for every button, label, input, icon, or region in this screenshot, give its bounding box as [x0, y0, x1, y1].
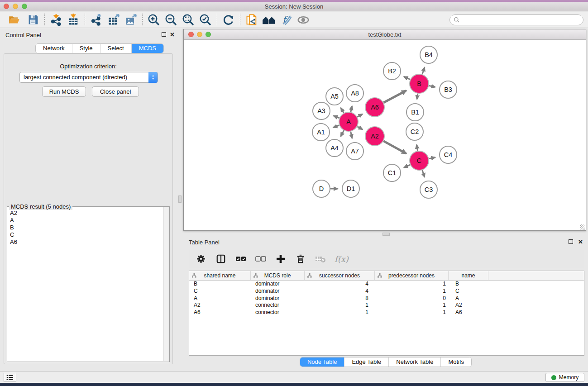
- edge-A2-C[interactable]: [383, 141, 406, 153]
- resize-grip-icon[interactable]: [580, 224, 585, 230]
- table-row[interactable]: Bdominator41B: [189, 281, 584, 288]
- table-row[interactable]: A6connector11A6: [189, 309, 584, 316]
- table-row[interactable]: A2connector11A2: [189, 302, 584, 309]
- column-header-successor-nodes[interactable]: successor nodes: [305, 271, 375, 280]
- edge-B-B4[interactable]: [422, 67, 425, 75]
- close-panel-button[interactable]: Close panel: [92, 86, 139, 97]
- toolbar-separator: [240, 14, 240, 26]
- column-header-name[interactable]: name: [449, 271, 488, 280]
- delete-table-icon[interactable]: [315, 253, 326, 265]
- table-tabs-bar: Node TableEdge TableNetwork TableMotifs: [183, 357, 588, 367]
- node-label-C1: C1: [388, 169, 397, 176]
- tab-network-table[interactable]: Network Table: [389, 357, 441, 367]
- function-builder-icon[interactable]: f(x): [335, 254, 349, 264]
- memory-button[interactable]: Memory: [545, 373, 584, 382]
- edge-C-C1[interactable]: [404, 165, 410, 167]
- import-network-icon[interactable]: [49, 13, 63, 27]
- result-item[interactable]: A6: [8, 238, 163, 246]
- edge-A-A5[interactable]: [341, 108, 344, 113]
- result-item[interactable]: A2: [8, 210, 163, 217]
- select-all-icon[interactable]: [235, 253, 247, 265]
- minimize-view-button[interactable]: [197, 32, 202, 37]
- zoom-window-button[interactable]: [22, 4, 27, 9]
- zoom-out-icon[interactable]: [164, 13, 178, 27]
- edge-C-C4[interactable]: [429, 157, 435, 159]
- table-row[interactable]: Adominator80A: [189, 295, 584, 302]
- zoom-selected-icon[interactable]: [199, 13, 212, 27]
- tab-style[interactable]: Style: [72, 44, 100, 53]
- edge-A6-B[interactable]: [383, 91, 406, 102]
- criterion-dropdown[interactable]: largest connected component (directed) ▲…: [19, 72, 158, 83]
- table-settings-gear-icon[interactable]: [195, 253, 207, 265]
- tab-node-table[interactable]: Node Table: [300, 357, 345, 367]
- float-panel-icon[interactable]: [569, 238, 573, 245]
- edge-B-B1[interactable]: [417, 94, 418, 100]
- node-table[interactable]: shared nameMCDS rolesuccessor nodesprede…: [189, 271, 584, 356]
- delete-column-icon[interactable]: [295, 253, 306, 265]
- horizontal-splitter[interactable]: [183, 232, 588, 236]
- cell: A2: [189, 302, 251, 309]
- import-table-icon[interactable]: [67, 13, 80, 27]
- result-item[interactable]: C: [8, 231, 163, 238]
- edge-A-A7[interactable]: [351, 132, 352, 138]
- close-panel-icon[interactable]: ✕: [578, 238, 583, 245]
- memory-label: Memory: [559, 374, 578, 381]
- close-window-button[interactable]: [4, 4, 9, 9]
- edge-A-A2[interactable]: [357, 127, 363, 129]
- edge-A-A4[interactable]: [341, 130, 344, 136]
- tab-mcds[interactable]: MCDS: [132, 44, 163, 53]
- task-history-button[interactable]: [4, 373, 16, 382]
- show-columns-icon[interactable]: [215, 253, 227, 265]
- network-canvas[interactable]: B4B2BB3A5A8A6A3B1AA1C2A2A4A7C4CC1C3DD1: [184, 40, 586, 230]
- edge-B-B3[interactable]: [429, 86, 435, 87]
- run-mcds-button[interactable]: Run MCDS: [42, 86, 86, 97]
- control-panel-header: Control Panel ✕: [0, 28, 177, 42]
- tab-edge-table[interactable]: Edge Table: [344, 357, 389, 367]
- open-session-icon[interactable]: [7, 13, 21, 27]
- zoom-fit-icon[interactable]: [182, 13, 195, 27]
- edge-C-C3[interactable]: [422, 170, 425, 177]
- mcds-result-list[interactable]: A2ABCA6: [8, 210, 163, 361]
- node-label-C2: C2: [411, 128, 419, 135]
- tab-network[interactable]: Network: [36, 44, 72, 53]
- show-graphics-eye-icon[interactable]: [296, 13, 310, 27]
- tab-select[interactable]: Select: [100, 44, 132, 53]
- result-scrollbar[interactable]: [163, 207, 169, 361]
- clone-network-icon[interactable]: [245, 13, 258, 27]
- refresh-icon[interactable]: [222, 13, 235, 27]
- edge-B-B2[interactable]: [404, 76, 410, 79]
- result-item[interactable]: A: [8, 217, 163, 224]
- network-graph[interactable]: B4B2BB3A5A8A6A3B1AA1C2A2A4A7C4CC1C3DD1: [184, 40, 586, 230]
- zoom-in-icon[interactable]: [147, 13, 161, 27]
- column-header-MCDS-role[interactable]: MCDS role: [251, 271, 305, 280]
- close-view-button[interactable]: [188, 32, 194, 37]
- search-field[interactable]: [449, 14, 583, 25]
- export-network-icon[interactable]: [90, 13, 103, 27]
- vertical-splitter[interactable]: [177, 28, 183, 371]
- table-row[interactable]: Cdominator41C: [189, 288, 584, 295]
- edge-C-C2[interactable]: [416, 145, 417, 151]
- edge-A-A1[interactable]: [333, 125, 339, 128]
- close-panel-icon[interactable]: ✕: [170, 31, 175, 38]
- splitter-handle[interactable]: [178, 195, 182, 203]
- splitter-handle[interactable]: [382, 233, 390, 236]
- edge-A-A6[interactable]: [357, 114, 363, 117]
- node-label-A: A: [346, 118, 351, 125]
- deselect-all-icon[interactable]: [255, 253, 267, 265]
- column-header-shared-name[interactable]: shared name: [189, 271, 251, 280]
- minimize-window-button[interactable]: [13, 4, 18, 9]
- edge-A-A3[interactable]: [334, 116, 339, 118]
- column-header-predecessor-nodes[interactable]: predecessor nodes: [375, 271, 449, 280]
- export-image-icon[interactable]: [124, 13, 138, 27]
- hide-labels-icon[interactable]: f: [279, 13, 293, 27]
- float-panel-icon[interactable]: [162, 31, 166, 38]
- export-table-icon[interactable]: [107, 13, 120, 27]
- first-neighbors-icon[interactable]: [262, 13, 276, 27]
- tab-motifs[interactable]: Motifs: [441, 357, 471, 367]
- mcds-result-group: MCDS result (5 nodes) A2ABCA6: [7, 206, 170, 362]
- edge-A-A8[interactable]: [351, 106, 352, 112]
- result-item[interactable]: B: [8, 224, 163, 231]
- add-column-icon[interactable]: [275, 253, 287, 265]
- zoom-view-button[interactable]: [206, 32, 211, 37]
- save-session-icon[interactable]: [26, 13, 40, 27]
